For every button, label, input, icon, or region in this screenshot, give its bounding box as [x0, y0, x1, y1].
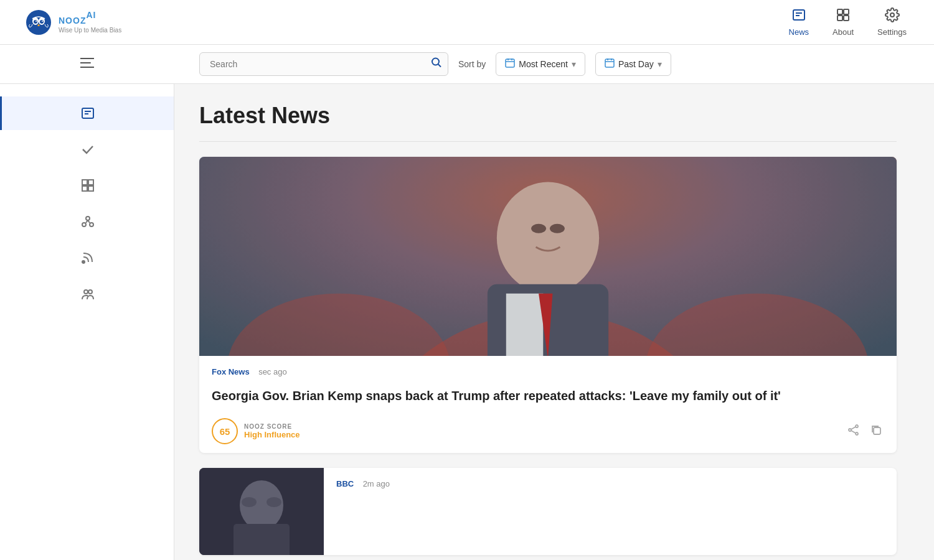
search-container	[199, 52, 448, 76]
sidebar-item-rss[interactable]	[0, 241, 174, 274]
svg-line-40	[88, 220, 90, 223]
svg-point-36	[86, 217, 90, 220]
nav-item-news[interactable]: News	[786, 2, 812, 42]
second-article-body: BBC 2m ago	[324, 468, 897, 555]
about-nav-icon	[836, 7, 851, 25]
svg-line-20	[438, 64, 441, 67]
sidebar-item-grid[interactable]	[0, 169, 174, 202]
svg-line-59	[851, 427, 856, 429]
news-nav-icon	[791, 7, 806, 25]
toolbar: Sort by Most Recent ▾ Past Day ▾	[0, 45, 934, 84]
logo-text: NOOZAI Wise Up to Media Bias	[59, 11, 121, 34]
header: NOOZAI Wise Up to Media Bias News About …	[0, 0, 934, 45]
main-layout: Latest News	[0, 84, 934, 560]
svg-point-65	[242, 497, 257, 507]
search-button[interactable]	[431, 57, 442, 72]
sidebar-toggle-icon[interactable]	[80, 57, 94, 72]
calendar-icon	[505, 58, 515, 70]
svg-rect-12	[844, 9, 849, 14]
nav-item-settings[interactable]: Settings	[875, 2, 909, 42]
sidebar-item-users[interactable]	[0, 277, 174, 310]
nav-news-label: News	[789, 27, 809, 37]
brand-name: NOOZ	[59, 16, 86, 26]
svg-rect-61	[874, 427, 880, 434]
sort-label: Sort by	[458, 59, 486, 69]
svg-point-56	[856, 425, 858, 427]
date-icon	[605, 58, 615, 70]
svg-rect-35	[88, 186, 93, 191]
nav-item-about[interactable]: About	[830, 2, 856, 42]
sidebar	[0, 84, 174, 560]
svg-point-37	[82, 223, 86, 226]
svg-rect-13	[837, 16, 842, 21]
featured-article-image-svg	[199, 157, 897, 356]
featured-article: Fox News sec ago Georgia Gov. Brian Kemp…	[199, 157, 897, 453]
svg-rect-25	[605, 59, 614, 67]
svg-point-0	[26, 10, 51, 35]
share-button[interactable]	[846, 422, 862, 441]
svg-point-4	[40, 20, 44, 24]
nav-settings-label: Settings	[877, 27, 907, 37]
featured-article-source[interactable]: Fox News	[212, 367, 250, 376]
svg-point-57	[849, 429, 851, 431]
sidebar-item-news-feed[interactable]	[0, 96, 174, 130]
copy-button[interactable]	[868, 422, 884, 441]
settings-nav-icon	[885, 7, 900, 25]
svg-point-15	[890, 13, 894, 17]
svg-rect-14	[844, 16, 849, 21]
svg-point-19	[432, 58, 439, 65]
svg-rect-64	[234, 524, 290, 555]
logo[interactable]: NOOZAI Wise Up to Media Bias	[25, 9, 121, 36]
main-content: Latest News	[174, 84, 922, 560]
sort-by-dropdown[interactable]: Most Recent ▾	[496, 52, 585, 76]
svg-point-42	[84, 290, 88, 294]
svg-point-5	[35, 21, 37, 22]
score-badge: 65	[212, 418, 238, 444]
svg-point-66	[267, 497, 281, 507]
svg-rect-33	[88, 180, 93, 185]
featured-article-footer: 65 NOOZ SCORE High Influence	[199, 412, 897, 453]
svg-rect-34	[82, 186, 87, 191]
chevron-down-icon: ▾	[572, 59, 576, 69]
svg-rect-11	[837, 9, 842, 14]
featured-article-image[interactable]	[199, 157, 897, 356]
nav-about-label: About	[833, 27, 854, 37]
svg-rect-32	[82, 180, 87, 185]
date-selected-label: Past Day	[618, 59, 654, 69]
second-article-image[interactable]	[199, 468, 324, 555]
score-info: NOOZ SCORE High Influence	[244, 423, 300, 439]
sidebar-item-verified[interactable]	[0, 133, 174, 166]
date-filter-dropdown[interactable]: Past Day ▾	[595, 52, 671, 76]
second-article-source[interactable]: BBC	[336, 479, 354, 488]
section-divider	[199, 141, 897, 142]
featured-article-time: sec ago	[258, 367, 287, 376]
brand-tagline: Wise Up to Media Bias	[59, 27, 121, 34]
main-nav: News About Settings	[786, 2, 909, 42]
logo-owl-icon	[25, 9, 52, 36]
sidebar-item-sources[interactable]	[0, 205, 174, 238]
svg-rect-55	[199, 157, 897, 356]
featured-article-meta: Fox News sec ago	[199, 356, 897, 382]
score-label: NOOZ SCORE	[244, 423, 300, 430]
svg-point-58	[856, 432, 858, 435]
second-article-image-svg	[199, 468, 324, 555]
date-chevron-down-icon: ▾	[658, 59, 662, 69]
svg-point-3	[34, 20, 37, 24]
second-article-meta: BBC 2m ago	[336, 478, 884, 489]
second-article-time: 2m ago	[363, 479, 390, 488]
svg-point-43	[88, 290, 92, 294]
section-title: Latest News	[199, 103, 897, 129]
second-article: BBC 2m ago	[199, 468, 897, 555]
brand-suffix: AI	[86, 10, 96, 20]
svg-rect-21	[506, 59, 514, 67]
featured-article-title[interactable]: Georgia Gov. Brian Kemp snaps back at Tr…	[199, 382, 897, 412]
svg-line-60	[851, 431, 856, 433]
svg-point-41	[82, 261, 85, 263]
logo-name: NOOZAI	[59, 11, 121, 26]
score-influence: High Influence	[244, 430, 300, 439]
nooz-score: 65 NOOZ SCORE High Influence	[212, 418, 300, 444]
sort-selected-label: Most Recent	[519, 59, 568, 69]
svg-point-6	[42, 21, 43, 22]
search-input[interactable]	[199, 52, 448, 76]
article-actions	[846, 422, 884, 441]
